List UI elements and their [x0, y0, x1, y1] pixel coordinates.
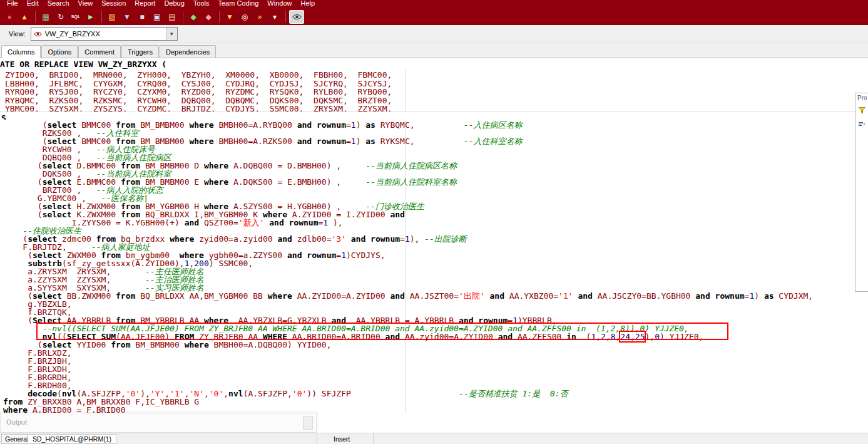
view-selector-row: View: VW_ZY_BRZYXX ▼	[0, 25, 868, 43]
status-insert-mode: Insert	[334, 435, 350, 443]
combobox-dropdown-icon[interactable]: ▼	[166, 28, 177, 40]
status-divider	[317, 433, 317, 444]
tab-columns[interactable]: Columns	[1, 45, 41, 58]
tab-dependencies[interactable]: Dependencies	[160, 45, 216, 58]
status-bar: General SD_HOSPITAL@PHRM(1) Insert	[0, 433, 868, 444]
describe-icon[interactable]: ▼	[223, 11, 237, 23]
commit-icon[interactable]: ◆	[186, 11, 200, 23]
code-line[interactable]: F.BRZJBH,	[3, 357, 813, 365]
column-list-row: ZYID00, BRID00, MRN000, ZYH000, YBZYH0, …	[5, 71, 868, 80]
menu-item-tools[interactable]: Tools	[189, 0, 214, 8]
column-list-row: YBMC00, SZYSXM, ZYSZYS, CYZDMC, BRJTDZ, …	[5, 105, 868, 111]
code-line[interactable]: I.ZYYS00 = K.YGBH00(+) and QSZT00='新入' a…	[3, 219, 813, 227]
toolbar: ●▲▦↻SQL►▨▼■▣▤◆◆▼◎»▾	[0, 8, 868, 25]
toolbar-separator	[218, 11, 220, 23]
side-panel-title: Pro	[855, 93, 868, 103]
code-line[interactable]: (select BB.ZWXM00 from BQ_BRLDXX AA,BM_Y…	[3, 292, 813, 300]
paste-icon[interactable]: ▤	[165, 11, 179, 23]
menu-item-help[interactable]: Help	[296, 0, 319, 8]
view-combobox-value: VW_ZY_BRZYXX	[45, 30, 166, 38]
menu-item-team-coding[interactable]: Team Coding	[214, 0, 263, 8]
code-line[interactable]: F.BRLXDH,	[3, 365, 813, 373]
view-object-button[interactable]	[289, 10, 304, 24]
column-list[interactable]: ZYID00, BRID00, MRN000, ZYH000, YBZYH0, …	[0, 69, 868, 111]
menu-item-file[interactable]: File	[3, 0, 23, 8]
menu-item-session[interactable]: Session	[97, 0, 130, 8]
sql-editor[interactable]: (select BMMC00 from BM_BMBM00 where BMBH…	[0, 120, 868, 413]
tab-options[interactable]: Options	[41, 45, 78, 58]
column-list-row: RYBQMC, RZKS00, RZKSMC, RYCWH0, DQBQ00, …	[5, 96, 868, 105]
side-panel: Pro	[855, 93, 868, 292]
copy-icon[interactable]: ▣	[150, 11, 164, 23]
view-combobox[interactable]: VW_ZY_BRZYXX ▼	[31, 27, 178, 41]
schema-browser-icon[interactable]: ▦	[39, 11, 53, 23]
menu-item-report[interactable]: Report	[130, 0, 160, 8]
code-line[interactable]: F.BRLXDZ,	[3, 349, 813, 357]
output-panel-title: Output	[6, 418, 27, 426]
disconnect-icon[interactable]: ●	[3, 11, 16, 23]
toolbar-separator	[34, 11, 36, 23]
find-icon[interactable]: ◎	[238, 11, 252, 23]
menu-item-debug[interactable]: Debug	[160, 0, 188, 8]
status-connection: SD_HOSPITAL@PHRM(1)	[28, 434, 116, 444]
code-line[interactable]: g.YBZXLB,	[3, 300, 813, 308]
menu-item-search[interactable]: Search	[43, 0, 74, 8]
toolbar-separator	[182, 11, 183, 23]
toolbar-separator	[101, 11, 102, 23]
sql-header: ATE OR REPLACE VIEW VW_ZY_BRZYXX (	[0, 58, 868, 69]
rollback-icon[interactable]: ◆	[202, 11, 215, 23]
menu-item-edit[interactable]: Edit	[23, 0, 43, 8]
code-line[interactable]: (select YYID00 from BM_BMBM00 where BMBH…	[3, 341, 813, 349]
open-file-icon[interactable]: ▨	[105, 11, 119, 23]
tab-triggers[interactable]: Triggers	[121, 45, 159, 58]
more-actions-icon[interactable]: »	[253, 11, 267, 23]
print-icon[interactable]: ■	[135, 11, 149, 23]
menu-item-view[interactable]: View	[74, 0, 98, 8]
more-actions-arrow-icon[interactable]: ▾	[268, 11, 282, 23]
tab-comment[interactable]: Comment	[78, 45, 121, 58]
application-window: FileEditSearchViewSessionReportDebugTool…	[0, 0, 868, 444]
inner-highlight-box: 24,25	[620, 332, 645, 341]
output-panel: Output	[0, 413, 317, 433]
save-icon[interactable]: ▼	[120, 11, 134, 23]
execute-icon[interactable]: ►	[84, 11, 98, 23]
code-line[interactable]: F.BRGRDH,	[3, 373, 813, 381]
panel-options-icon[interactable]	[855, 117, 868, 131]
filter-icon[interactable]	[855, 103, 868, 117]
as-marker-row: S	[0, 111, 868, 120]
edit-pencil-icon[interactable]: ▲	[18, 11, 31, 23]
output-panel-button[interactable]	[303, 416, 313, 430]
tab-bar: ColumnsOptionsCommentTriggersDependencie…	[0, 43, 868, 58]
menu-bar: FileEditSearchViewSessionReportDebugTool…	[0, 0, 868, 8]
sql-header-text: ATE OR REPLACE VIEW VW_ZY_BRZYXX (	[0, 59, 166, 69]
refresh-icon[interactable]: ↻	[54, 11, 68, 23]
column-list-row: RYRQ00, RYSJ00, RYCZY0, CZYXM0, RYZD00, …	[5, 88, 868, 96]
status-divider	[373, 433, 374, 444]
view-label: View:	[9, 30, 26, 38]
view-eye-icon	[34, 31, 42, 37]
column-list-row: LBBH00, JFLBMC, CYYGXM, CYRQ00, CYSJ00, …	[5, 80, 868, 88]
sql-editor-icon[interactable]: SQL	[69, 11, 83, 23]
toolbar-separator	[285, 11, 286, 23]
menu-item-window[interactable]: Window	[263, 0, 296, 8]
